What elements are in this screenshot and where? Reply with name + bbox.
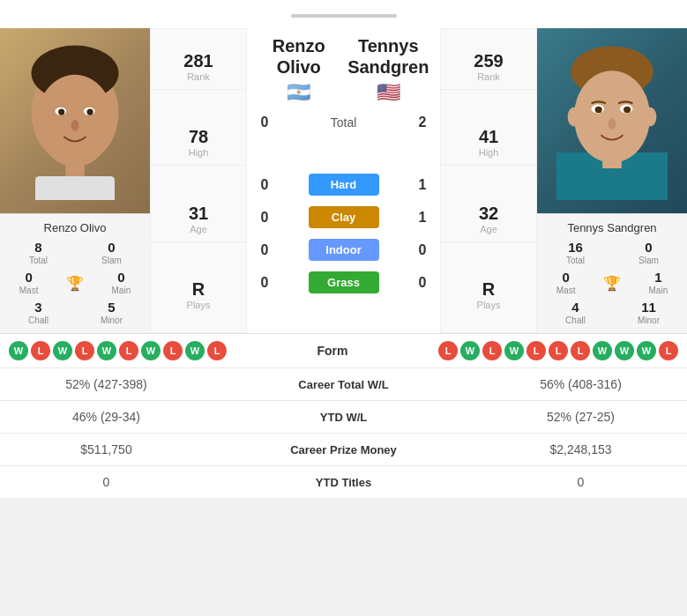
- right-age-value: 32: [441, 204, 536, 224]
- stats-table: 52% (427-398) Career Total W/L 56% (408-…: [0, 367, 687, 498]
- left-main-label: Main: [112, 286, 131, 296]
- right-age-label: Age: [441, 224, 536, 234]
- svg-point-5: [58, 109, 64, 115]
- right-prize-value: $2,248,153: [474, 434, 687, 466]
- right-high-label: High: [441, 147, 536, 158]
- titles-label: YTD Titles: [213, 466, 474, 499]
- left-prize-value: $511,750: [0, 434, 213, 466]
- right-slam-label: Slam: [616, 256, 682, 266]
- svg-point-18: [609, 118, 616, 130]
- right-minor-value: 11: [616, 300, 682, 315]
- right-age-block: 32 Age: [441, 197, 536, 242]
- left-rank-value: 281: [151, 51, 246, 71]
- right-indoor-score: 0: [412, 242, 433, 258]
- form-badge-l: L: [659, 341, 678, 360]
- form-badge-w: W: [504, 341, 524, 360]
- form-badge-l: L: [438, 341, 458, 360]
- right-career-value: 56% (408-316): [474, 368, 687, 401]
- right-player-flag: 🇺🇸: [377, 81, 400, 104]
- prize-row: $511,750 Career Prize Money $2,248,153: [0, 434, 687, 466]
- right-high-block: 41 High: [441, 120, 536, 166]
- left-mid-stats: 281 Rank 78 High 31 Age R Plays: [150, 28, 247, 333]
- clay-btn[interactable]: Clay: [309, 206, 379, 228]
- form-badge-l: L: [207, 341, 227, 360]
- left-form-badges: WLWLWLWLWL: [9, 341, 227, 360]
- left-chall-value: 3: [5, 300, 71, 315]
- right-trophy-row: 0 Mast 🏆 1 Main: [542, 270, 682, 296]
- left-plays-value: R: [151, 279, 246, 300]
- total-label: Total: [331, 115, 357, 130]
- right-rank-label: Rank: [441, 71, 536, 82]
- left-total-value: 8: [5, 240, 71, 256]
- left-ytd-value: 46% (29-34): [0, 401, 213, 434]
- indoor-btn[interactable]: Indoor: [309, 239, 379, 261]
- left-main-value: 0: [112, 270, 131, 286]
- left-chall-stat: 3 Chall: [5, 300, 71, 326]
- grass-row: 0 Grass 0: [254, 271, 433, 293]
- right-grass-score: 0: [412, 275, 433, 291]
- left-player-info: Renzo Olivo 8 Total 0 Slam 0 Mast: [0, 213, 150, 333]
- left-minor-stat: 5 Minor: [78, 300, 145, 326]
- left-high-value: 78: [151, 127, 246, 147]
- right-mast-stat: 0 Mast: [556, 270, 576, 296]
- left-plays-block: R Plays: [151, 272, 246, 317]
- right-total-value: 16: [542, 240, 609, 256]
- svg-point-7: [71, 120, 79, 131]
- right-hard-score: 1: [412, 177, 433, 193]
- right-main-label: Main: [649, 286, 668, 296]
- left-age-block: 31 Age: [151, 197, 246, 242]
- hard-btn[interactable]: Hard: [309, 174, 379, 196]
- left-slam-label: Slam: [78, 256, 145, 266]
- form-badge-w: W: [593, 341, 612, 360]
- right-high-value: 41: [441, 127, 536, 147]
- left-rank-label: Rank: [151, 71, 246, 82]
- left-hard-score: 0: [254, 177, 275, 193]
- titles-row: 0 YTD Titles 0: [0, 466, 687, 499]
- left-age-label: Age: [151, 224, 246, 234]
- hard-row: 0 Hard 1: [254, 174, 433, 196]
- form-badge-l: L: [549, 341, 568, 360]
- left-player-flag: 🇦🇷: [287, 81, 310, 104]
- right-trophy-icon: 🏆: [603, 275, 621, 292]
- left-minor-label: Minor: [78, 315, 145, 326]
- left-player-name-header: Renzo Olivo: [254, 28, 344, 81]
- grass-btn[interactable]: Grass: [309, 271, 379, 293]
- form-badge-l: L: [526, 341, 546, 360]
- right-mast-value: 0: [556, 270, 576, 286]
- right-mid-stats: 259 Rank 41 High 32 Age R Plays: [440, 28, 537, 333]
- svg-point-13: [574, 71, 650, 162]
- left-total-label: Total: [5, 256, 71, 266]
- left-slam-stat: 0 Slam: [78, 240, 145, 266]
- player-comparison-row: Renzo Olivo 8 Total 0 Slam 0 Mast: [0, 28, 687, 333]
- right-form-badges: LWLWLLLWWWL: [438, 341, 678, 360]
- right-slam-value: 0: [616, 240, 682, 256]
- form-badge-w: W: [53, 341, 72, 360]
- ytd-wl-label: YTD W/L: [213, 401, 474, 434]
- form-badge-l: L: [119, 341, 138, 360]
- svg-point-6: [87, 109, 93, 115]
- ytd-wl-row: 46% (29-34) YTD W/L 52% (27-25): [0, 401, 687, 434]
- form-badge-l: L: [75, 341, 94, 360]
- form-badge-w: W: [615, 341, 634, 360]
- svg-point-20: [644, 108, 656, 127]
- right-main-stat: 1 Main: [649, 270, 668, 296]
- svg-point-16: [595, 107, 602, 113]
- left-titles-value: 0: [0, 466, 213, 499]
- right-clay-score: 1: [412, 210, 433, 226]
- left-grass-score: 0: [254, 275, 275, 291]
- form-badge-w: W: [185, 341, 205, 360]
- left-career-value: 52% (427-398): [0, 368, 213, 401]
- right-total-label: Total: [542, 256, 609, 266]
- right-plays-value: R: [441, 279, 536, 300]
- form-badge-w: W: [97, 341, 116, 360]
- right-minor-stat: 11 Minor: [616, 300, 682, 326]
- right-main-value: 1: [649, 270, 668, 286]
- main-container: Renzo Olivo 8 Total 0 Slam 0 Mast: [0, 0, 687, 498]
- right-player-info: Tennys Sandgren 16 Total 0 Slam 0 Mast: [537, 213, 687, 333]
- right-chall-stat: 4 Chall: [542, 300, 609, 326]
- right-chall-label: Chall: [542, 315, 609, 326]
- right-plays-label: Plays: [441, 300, 536, 310]
- total-row: 0 Total 2: [254, 115, 433, 130]
- form-badge-l: L: [163, 341, 183, 360]
- right-player-name-label: Tennys Sandgren: [542, 221, 682, 234]
